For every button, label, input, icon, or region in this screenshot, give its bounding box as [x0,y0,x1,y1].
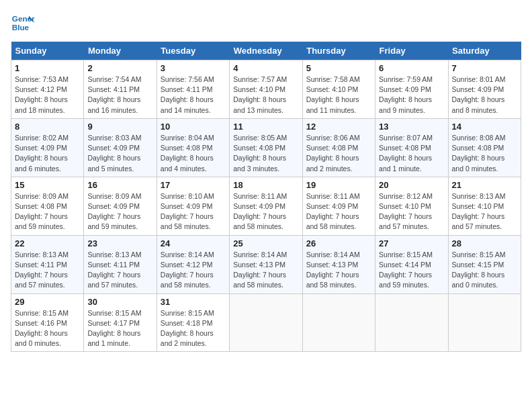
day-number: 25 [233,238,298,248]
calendar-cell: 11Sunrise: 8:05 AMSunset: 4:08 PMDayligh… [230,118,302,177]
page-header: General Blue [11,11,521,35]
day-info: Sunrise: 8:04 AMSunset: 4:08 PMDaylight:… [161,133,226,174]
day-number: 21 [452,180,517,190]
day-number: 4 [233,63,298,73]
col-header-sunday: Sunday [11,42,84,60]
day-number: 13 [379,122,444,132]
col-header-friday: Friday [375,42,448,60]
day-number: 17 [161,180,226,190]
day-info: Sunrise: 7:59 AMSunset: 4:09 PMDaylight:… [379,75,444,116]
day-info: Sunrise: 8:10 AMSunset: 4:09 PMDaylight:… [161,191,226,232]
calendar-cell: 14Sunrise: 8:08 AMSunset: 4:08 PMDayligh… [448,118,521,177]
calendar-cell: 31Sunrise: 8:15 AMSunset: 4:18 PMDayligh… [157,293,229,352]
calendar-cell [448,293,521,352]
day-info: Sunrise: 8:09 AMSunset: 4:08 PMDaylight:… [15,191,80,232]
day-number: 6 [379,63,444,73]
calendar-cell: 19Sunrise: 8:11 AMSunset: 4:09 PMDayligh… [302,177,375,235]
col-header-tuesday: Tuesday [157,42,229,60]
calendar-cell: 8Sunrise: 8:02 AMSunset: 4:09 PMDaylight… [11,118,84,177]
day-number: 26 [306,238,371,248]
day-info: Sunrise: 8:14 AMSunset: 4:13 PMDaylight:… [233,250,298,291]
calendar-cell [302,293,375,352]
day-info: Sunrise: 8:15 AMSunset: 4:15 PMDaylight:… [452,250,517,291]
day-number: 2 [87,63,152,73]
calendar-cell: 16Sunrise: 8:09 AMSunset: 4:09 PMDayligh… [84,177,157,235]
col-header-wednesday: Wednesday [230,42,302,60]
day-number: 23 [87,238,152,248]
day-info: Sunrise: 8:08 AMSunset: 4:08 PMDaylight:… [452,133,517,174]
calendar-table: SundayMondayTuesdayWednesdayThursdayFrid… [11,42,521,352]
calendar-cell: 25Sunrise: 8:14 AMSunset: 4:13 PMDayligh… [230,235,302,293]
day-info: Sunrise: 8:15 AMSunset: 4:18 PMDaylight:… [161,308,226,349]
calendar-cell: 9Sunrise: 8:03 AMSunset: 4:09 PMDaylight… [84,118,157,177]
calendar-cell: 22Sunrise: 8:13 AMSunset: 4:11 PMDayligh… [11,235,84,293]
day-number: 9 [87,122,152,132]
day-number: 22 [15,238,80,248]
day-number: 24 [161,238,226,248]
day-number: 27 [379,238,444,248]
calendar-cell: 26Sunrise: 8:14 AMSunset: 4:13 PMDayligh… [302,235,375,293]
calendar-cell: 30Sunrise: 8:15 AMSunset: 4:17 PMDayligh… [84,293,157,352]
day-number: 20 [379,180,444,190]
svg-text:General: General [12,14,35,23]
day-number: 5 [306,63,371,73]
day-number: 7 [452,63,517,73]
calendar-cell: 29Sunrise: 8:15 AMSunset: 4:16 PMDayligh… [11,293,84,352]
day-number: 10 [161,122,226,132]
calendar-cell: 1Sunrise: 7:53 AMSunset: 4:12 PMDaylight… [11,60,84,119]
day-info: Sunrise: 8:14 AMSunset: 4:13 PMDaylight:… [306,250,371,291]
calendar-cell: 5Sunrise: 7:58 AMSunset: 4:10 PMDaylight… [302,60,375,119]
day-number: 18 [233,180,298,190]
calendar-cell: 15Sunrise: 8:09 AMSunset: 4:08 PMDayligh… [11,177,84,235]
day-info: Sunrise: 8:03 AMSunset: 4:09 PMDaylight:… [87,133,152,174]
day-number: 1 [15,63,80,73]
calendar-cell: 6Sunrise: 7:59 AMSunset: 4:09 PMDaylight… [375,60,448,119]
logo: General Blue [11,11,35,35]
day-info: Sunrise: 7:58 AMSunset: 4:10 PMDaylight:… [306,75,371,116]
day-info: Sunrise: 8:12 AMSunset: 4:10 PMDaylight:… [379,191,444,232]
day-number: 15 [15,180,80,190]
calendar-cell: 24Sunrise: 8:14 AMSunset: 4:12 PMDayligh… [157,235,229,293]
day-number: 19 [306,180,371,190]
calendar-cell: 12Sunrise: 8:06 AMSunset: 4:08 PMDayligh… [302,118,375,177]
day-info: Sunrise: 7:54 AMSunset: 4:11 PMDaylight:… [87,75,152,116]
day-info: Sunrise: 8:11 AMSunset: 4:09 PMDaylight:… [306,191,371,232]
day-info: Sunrise: 8:11 AMSunset: 4:09 PMDaylight:… [233,191,298,232]
day-info: Sunrise: 8:05 AMSunset: 4:08 PMDaylight:… [233,133,298,174]
day-number: 12 [306,122,371,132]
calendar-cell: 17Sunrise: 8:10 AMSunset: 4:09 PMDayligh… [157,177,229,235]
calendar-cell: 20Sunrise: 8:12 AMSunset: 4:10 PMDayligh… [375,177,448,235]
day-number: 3 [161,63,226,73]
logo-icon: General Blue [11,11,35,35]
day-number: 31 [161,297,226,307]
col-header-monday: Monday [84,42,157,60]
calendar-cell: 13Sunrise: 8:07 AMSunset: 4:08 PMDayligh… [375,118,448,177]
calendar-cell: 7Sunrise: 8:01 AMSunset: 4:09 PMDaylight… [448,60,521,119]
day-number: 30 [87,297,152,307]
calendar-cell: 27Sunrise: 8:15 AMSunset: 4:14 PMDayligh… [375,235,448,293]
day-info: Sunrise: 8:15 AMSunset: 4:17 PMDaylight:… [87,308,152,349]
day-info: Sunrise: 8:06 AMSunset: 4:08 PMDaylight:… [306,133,371,174]
col-header-thursday: Thursday [302,42,375,60]
day-number: 16 [87,180,152,190]
day-info: Sunrise: 8:13 AMSunset: 4:10 PMDaylight:… [452,191,517,232]
day-info: Sunrise: 7:57 AMSunset: 4:10 PMDaylight:… [233,75,298,116]
calendar-cell: 3Sunrise: 7:56 AMSunset: 4:11 PMDaylight… [157,60,229,119]
day-info: Sunrise: 7:56 AMSunset: 4:11 PMDaylight:… [161,75,226,116]
day-info: Sunrise: 8:15 AMSunset: 4:14 PMDaylight:… [379,250,444,291]
day-number: 29 [15,297,80,307]
calendar-cell [375,293,448,352]
day-number: 14 [452,122,517,132]
calendar-cell: 4Sunrise: 7:57 AMSunset: 4:10 PMDaylight… [230,60,302,119]
day-info: Sunrise: 8:01 AMSunset: 4:09 PMDaylight:… [452,75,517,116]
day-info: Sunrise: 8:13 AMSunset: 4:11 PMDaylight:… [15,250,80,291]
day-info: Sunrise: 8:02 AMSunset: 4:09 PMDaylight:… [15,133,80,174]
day-info: Sunrise: 7:53 AMSunset: 4:12 PMDaylight:… [15,75,80,116]
calendar-cell: 23Sunrise: 8:13 AMSunset: 4:11 PMDayligh… [84,235,157,293]
day-number: 28 [452,238,517,248]
day-info: Sunrise: 8:13 AMSunset: 4:11 PMDaylight:… [87,250,152,291]
calendar-cell: 28Sunrise: 8:15 AMSunset: 4:15 PMDayligh… [448,235,521,293]
calendar-cell: 21Sunrise: 8:13 AMSunset: 4:10 PMDayligh… [448,177,521,235]
day-info: Sunrise: 8:07 AMSunset: 4:08 PMDaylight:… [379,133,444,174]
calendar-cell: 2Sunrise: 7:54 AMSunset: 4:11 PMDaylight… [84,60,157,119]
